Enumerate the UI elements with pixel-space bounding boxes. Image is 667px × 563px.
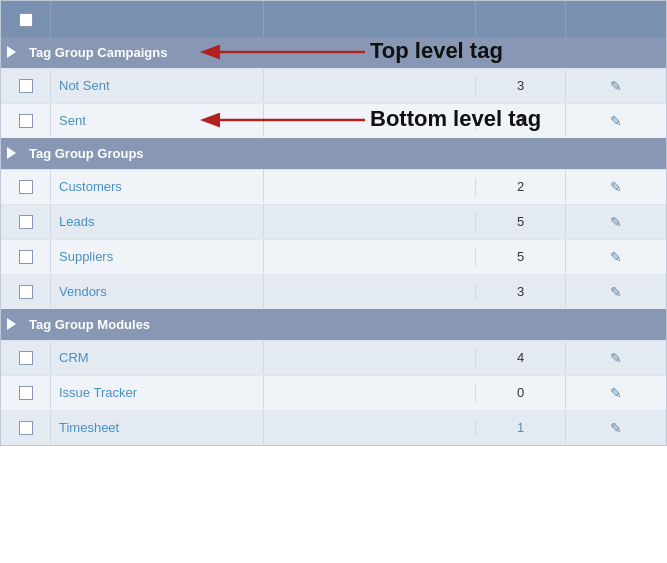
edit-icon[interactable]: ✎ <box>610 284 622 300</box>
table-row: Customers 2 ✎ <box>1 169 666 204</box>
edit-icon[interactable]: ✎ <box>610 78 622 94</box>
edit-icon[interactable]: ✎ <box>610 350 622 366</box>
row-checkbox-modules-1[interactable] <box>1 376 51 410</box>
table-row: Issue Tracker 0 ✎ <box>1 375 666 410</box>
row-checkbox-groups-2[interactable] <box>1 240 51 274</box>
row-checkbox-modules-2[interactable] <box>1 411 51 445</box>
row-functions-campaigns-1[interactable]: ✎ <box>566 104 666 138</box>
row-functions-modules-2[interactable]: ✎ <box>566 411 666 445</box>
row-functions-groups-2[interactable]: ✎ <box>566 240 666 274</box>
group-label-modules: Tag Group Modules <box>29 317 660 332</box>
checkbox-box[interactable] <box>19 114 33 128</box>
group-header-groups[interactable]: Tag Group Groups <box>1 138 666 169</box>
header-objects <box>476 1 566 37</box>
edit-icon[interactable]: ✎ <box>610 179 622 195</box>
checkbox-box[interactable] <box>19 285 33 299</box>
edit-icon[interactable]: ✎ <box>610 385 622 401</box>
row-description-groups-0 <box>264 178 477 196</box>
checkbox-box[interactable] <box>19 79 33 93</box>
row-description-groups-2 <box>264 248 477 266</box>
checkbox-box[interactable] <box>19 180 33 194</box>
row-name-groups-3: Vendors <box>51 275 264 308</box>
row-name-campaigns-0: Not Sent <box>51 69 264 102</box>
row-functions-groups-1[interactable]: ✎ <box>566 205 666 239</box>
row-objects-campaigns-0: 3 <box>476 69 566 102</box>
group-label-campaigns: Tag Group Campaigns <box>29 45 660 60</box>
header-description <box>264 1 477 37</box>
row-name-groups-1: Leads <box>51 205 264 238</box>
row-objects-groups-1: 5 <box>476 205 566 238</box>
header-checkbox[interactable] <box>1 1 51 37</box>
row-checkbox-modules-0[interactable] <box>1 341 51 375</box>
main-table: Tag Group Campaigns Not Sent 3 ✎ Sent 3 … <box>0 0 667 446</box>
edit-icon[interactable]: ✎ <box>610 214 622 230</box>
row-objects-groups-2: 5 <box>476 240 566 273</box>
row-description-groups-1 <box>264 213 477 231</box>
row-name-groups-2: Suppliers <box>51 240 264 273</box>
row-objects-groups-3: 3 <box>476 275 566 308</box>
table-body: Tag Group Campaigns Not Sent 3 ✎ Sent 3 … <box>1 37 666 445</box>
row-description-modules-0 <box>264 349 477 367</box>
row-objects-campaigns-1: 3 <box>476 104 566 137</box>
checkbox-box[interactable] <box>19 421 33 435</box>
edit-icon[interactable]: ✎ <box>610 420 622 436</box>
row-description-campaigns-0 <box>264 77 477 95</box>
table-row: Sent 3 ✎ <box>1 103 666 138</box>
header-name <box>51 1 264 37</box>
table-row: Suppliers 5 ✎ <box>1 239 666 274</box>
collapse-icon-groups[interactable] <box>7 147 16 159</box>
table-row: Not Sent 3 ✎ <box>1 68 666 103</box>
edit-icon[interactable]: ✎ <box>610 113 622 129</box>
checkbox-box[interactable] <box>19 386 33 400</box>
row-objects-modules-0: 4 <box>476 341 566 374</box>
row-name-modules-2: Timesheet <box>51 411 264 444</box>
row-checkbox-groups-0[interactable] <box>1 170 51 204</box>
row-name-campaigns-1: Sent <box>51 104 264 137</box>
checkbox-box[interactable] <box>19 215 33 229</box>
row-objects-modules-2: 1 <box>476 411 566 444</box>
collapse-icon-modules[interactable] <box>7 318 16 330</box>
row-description-modules-1 <box>264 384 477 402</box>
edit-icon[interactable]: ✎ <box>610 249 622 265</box>
table-row: CRM 4 ✎ <box>1 340 666 375</box>
row-description-modules-2 <box>264 419 477 437</box>
checkbox-box[interactable] <box>19 250 33 264</box>
table-row: Leads 5 ✎ <box>1 204 666 239</box>
row-functions-campaigns-0[interactable]: ✎ <box>566 69 666 103</box>
group-header-modules[interactable]: Tag Group Modules <box>1 309 666 340</box>
row-checkbox-campaigns-1[interactable] <box>1 104 51 138</box>
row-checkbox-groups-3[interactable] <box>1 275 51 309</box>
row-functions-groups-3[interactable]: ✎ <box>566 275 666 309</box>
table-header <box>1 1 666 37</box>
row-functions-modules-1[interactable]: ✎ <box>566 376 666 410</box>
table-row: Timesheet 1 ✎ <box>1 410 666 445</box>
row-objects-groups-0: 2 <box>476 170 566 203</box>
row-description-campaigns-1 <box>264 112 477 130</box>
row-name-modules-1: Issue Tracker <box>51 376 264 409</box>
row-description-groups-3 <box>264 283 477 301</box>
collapse-icon-campaigns[interactable] <box>7 46 16 58</box>
row-checkbox-groups-1[interactable] <box>1 205 51 239</box>
header-checkbox-box[interactable] <box>19 13 33 27</box>
row-functions-groups-0[interactable]: ✎ <box>566 170 666 204</box>
table-row: Vendors 3 ✎ <box>1 274 666 309</box>
row-name-modules-0: CRM <box>51 341 264 374</box>
group-label-groups: Tag Group Groups <box>29 146 660 161</box>
header-functions <box>566 1 666 37</box>
row-objects-modules-1: 0 <box>476 376 566 409</box>
row-checkbox-campaigns-0[interactable] <box>1 69 51 103</box>
group-header-campaigns[interactable]: Tag Group Campaigns <box>1 37 666 68</box>
checkbox-box[interactable] <box>19 351 33 365</box>
row-functions-modules-0[interactable]: ✎ <box>566 341 666 375</box>
row-name-groups-0: Customers <box>51 170 264 203</box>
